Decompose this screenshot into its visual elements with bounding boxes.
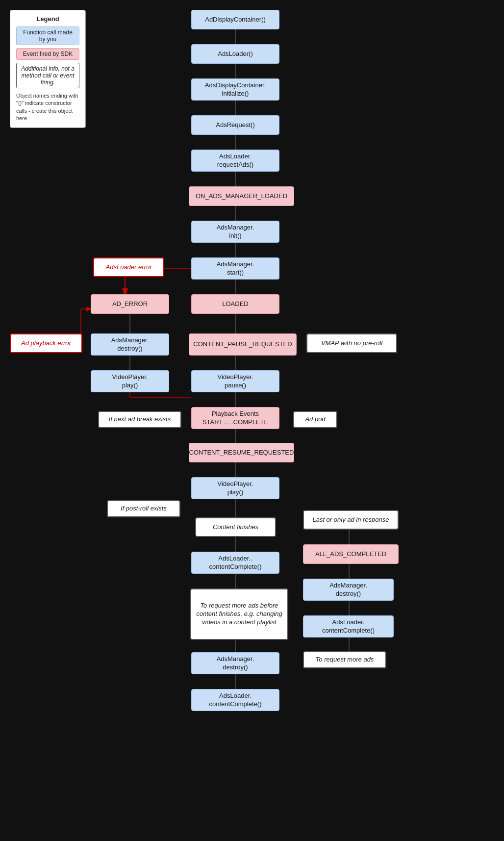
box-AdDisplayContainer: AdDisplayContainer() [191,10,279,29]
box-AdsLoaderRequestAds: AdsLoader. requestAds() [191,150,279,172]
legend-note: Object names ending with "()" indicate c… [16,92,79,123]
box-CONTENT-PAUSE-REQUESTED: CONTENT_PAUSE_REQUESTED [189,333,297,356]
box-PlaybackEvents: Playback Events START . . .COMPLETE [191,407,279,429]
box-CONTENT-RESUME-REQUESTED: CONTENT_RESUME_REQUESTED [189,443,294,462]
box-IfPostRoll: If post-roll exists [107,500,180,517]
box-IfNextAdBreak: If next ad break exists [98,411,181,428]
box-ContentFinishes: Content finishes [195,517,276,537]
box-AdsRequest: AdsRequest() [191,115,279,135]
box-LOADED: LOADED [191,294,279,314]
box-AdsManagerDestroy2: AdsManager. destroy() [303,579,394,601]
box-AdsDisplayContainerInit: AdsDisplayContainer. initialize() [191,78,279,101]
box-AdsManagerDestroy1: AdsManager. destroy() [91,333,169,356]
diagram-container: Legend Function call made by you Event f… [0,0,504,841]
legend-title: Legend [16,15,79,23]
box-AdsManagerStart: AdsManager. start() [191,257,279,280]
box-ToRequestMoreAds: To request more ads [303,651,386,668]
box-ToRequestMore: To request more ads before content finis… [190,588,288,640]
legend: Legend Function call made by you Event f… [10,10,86,128]
box-AdsManagerInit: AdsManager. init() [191,221,279,243]
legend-additional-info: Additional info, not a method call or ev… [16,63,79,88]
box-VideoPlayerPlay2: VideoPlayer. play() [191,477,279,499]
box-VMAPNoPre: VMAP with no pre-roll [306,333,397,353]
box-AdPlaybackError: Ad playback error [10,333,82,353]
box-ALL-ADS-COMPLETED: ALL_ADS_COMPLETED [303,544,399,564]
box-LastOrOnly: Last or only ad in response [303,510,399,530]
legend-event-fired: Event fired by SDK [16,48,79,60]
box-AdsLoaderContentComplete3: AdsLoader. contentComplete() [191,689,279,711]
box-AD-ERROR: AD_ERROR [91,294,169,314]
box-VideoPlayerPlay1: VideoPlayer. play() [91,370,169,392]
box-AdsLoaderContentComplete2: AdsLoader. contentComplete() [303,615,394,637]
box-AdsLoaderError: AdsLoader error [93,257,164,277]
box-VideoPlayerPause: VideoPlayer. pause() [191,370,279,392]
legend-function-call: Function call made by you [16,26,79,45]
box-AdsLoaderContentComplete1: AdsLoader.. contentComplete() [191,552,279,574]
box-AdPod: Ad pod [293,411,337,428]
box-ON-ADS-MANAGER-LOADED: ON_ADS_MANAGER_LOADED [189,186,294,206]
box-AdsLoader: AdsLoader() [191,44,279,64]
box-AdsManagerDestroy3: AdsManager. destroy() [191,652,279,674]
